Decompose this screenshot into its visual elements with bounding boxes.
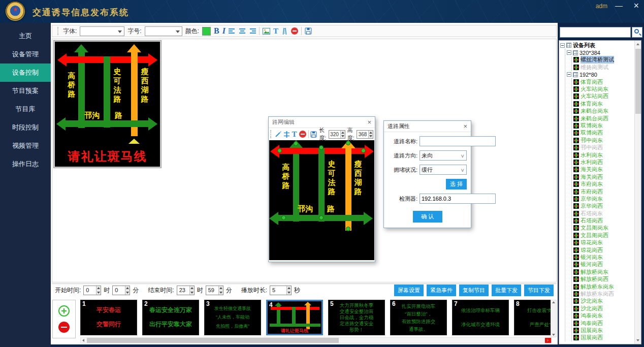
device-tree-item[interactable]: 国展岗西 xyxy=(573,334,634,341)
vertical-scrollbar-thumb[interactable] xyxy=(635,49,641,114)
delete-icon[interactable] xyxy=(291,27,298,35)
device-tree-item[interactable]: 石塔岗东 xyxy=(573,210,634,217)
congestion-select[interactable]: 缓行 xyxy=(420,165,467,175)
device-tree-item[interactable]: 解放桥东岗西 xyxy=(573,290,634,297)
scroll-up-icon[interactable] xyxy=(636,43,639,45)
sidebar-item[interactable]: 设备管理 xyxy=(0,45,51,64)
sidebar-item[interactable]: 节目库 xyxy=(0,100,51,118)
road-name-input[interactable] xyxy=(420,136,496,146)
device-tree-item[interactable]: 解放桥东岗东 xyxy=(573,283,634,290)
device-tree-item[interactable]: 双博岗东 xyxy=(573,122,634,129)
device-tree-item[interactable]: 螺丝湾桥测试 xyxy=(573,56,634,64)
device-group[interactable]: 320*384 xyxy=(567,49,634,56)
save-icon[interactable] xyxy=(310,131,317,138)
playlist-item[interactable]: 3 发生轻微交通事故 “人未伤，车能动 先拍照，后撤离” xyxy=(204,300,261,335)
horizontal-scrollbar-thumb[interactable] xyxy=(87,338,339,343)
device-tree-item[interactable]: 市府岗西 xyxy=(573,188,634,195)
device-tree-item[interactable]: 国展岗东 xyxy=(573,327,634,334)
device-tree-item[interactable]: 沙北岗东 xyxy=(573,298,634,305)
duration-stepper[interactable]: 5 xyxy=(270,286,292,295)
delete-icon[interactable] xyxy=(299,131,306,138)
end-hour-stepper[interactable]: 23 xyxy=(177,286,195,295)
scroll-up-icon[interactable] xyxy=(552,301,555,303)
playlist-item[interactable]: 6 扎实开展电动车 “百日整治”， 有效预防道路交 通事故。 xyxy=(390,300,447,335)
handle-dot[interactable] xyxy=(319,145,324,150)
device-tree-item[interactable]: 银河岗西 xyxy=(573,261,634,268)
sidebar-item[interactable]: 主页 xyxy=(0,27,51,45)
confirm-button[interactable]: 确 认 xyxy=(413,211,442,223)
playlist-vertical-scrollbar[interactable] xyxy=(551,300,557,337)
italic-button[interactable]: I xyxy=(222,26,226,36)
handle-dot[interactable] xyxy=(361,148,366,153)
device-tree-item[interactable]: 鸿泰岗东 xyxy=(573,312,634,319)
end-minute-stepper[interactable]: 59 xyxy=(206,286,223,295)
height-stepper[interactable]: 368 xyxy=(357,130,373,139)
device-tree-item[interactable]: 京华岗西 xyxy=(573,203,634,210)
device-tree-item[interactable]: 文昌阁岗东 xyxy=(573,225,634,232)
color-swatch[interactable] xyxy=(202,27,211,36)
device-tree-item[interactable]: 双博岗西 xyxy=(573,130,634,137)
align-center-icon[interactable] xyxy=(239,28,246,34)
device-tree-item[interactable]: 火车站岗东 xyxy=(573,85,634,92)
road-direction-select[interactable]: 来向 xyxy=(420,150,467,161)
playlist-item[interactable]: 5 大力开展秋冬季 交通安全整治百 日会战，全力稳 定道路交通安全 形势！ xyxy=(328,300,385,335)
design-canvas[interactable]: 高桥路 史可法路 瘦西湖路 邗沟 路 请礼让斑马线 路网编辑 × T 长度: xyxy=(52,39,557,282)
road-editor-canvas[interactable]: 高桥路 史可法路 瘦西湖路 邗沟 路 xyxy=(269,140,374,260)
font-size-select[interactable] xyxy=(145,26,182,36)
tree-expander-icon[interactable] xyxy=(567,50,571,55)
start-hour-stepper[interactable]: 0 xyxy=(83,286,101,295)
action-button[interactable]: 批量下发 xyxy=(492,285,521,296)
action-button[interactable]: 紧急事件 xyxy=(427,285,456,296)
road-tool-icon[interactable] xyxy=(281,28,288,35)
scroll-left-icon[interactable] xyxy=(81,338,87,343)
pen-icon[interactable] xyxy=(275,131,281,138)
image-icon[interactable] xyxy=(263,28,270,35)
bold-button[interactable]: B xyxy=(214,26,219,36)
device-tree-root[interactable]: 设备列表 xyxy=(560,42,634,49)
close-icon[interactable]: × xyxy=(367,118,371,126)
start-minute-stepper[interactable]: 0 xyxy=(112,286,130,295)
device-tree-item[interactable]: 沙北岗西 xyxy=(573,305,634,312)
device-tree-item[interactable]: 水利岗西 xyxy=(573,159,634,166)
align-left-icon[interactable] xyxy=(229,28,236,34)
road-segment-icon[interactable] xyxy=(283,131,290,138)
device-tree-item[interactable]: 水利岗东 xyxy=(573,151,634,159)
playlist-item[interactable]: 4 请礼让斑马线 xyxy=(266,300,323,335)
add-program-button[interactable] xyxy=(58,305,70,317)
text-tool-icon[interactable]: T xyxy=(273,27,278,36)
tree-expander-icon[interactable] xyxy=(560,43,565,48)
scroll-right-icon[interactable] xyxy=(545,338,551,343)
action-button[interactable]: 屏幕设置 xyxy=(394,285,424,296)
device-tree-item[interactable]: 银河岗东 xyxy=(573,254,634,261)
device-tree-item[interactable]: 文昌阁岗西 xyxy=(573,232,634,239)
device-tree-item[interactable]: 体育岗东 xyxy=(573,100,634,107)
device-tree-item[interactable]: 市府岗东 xyxy=(573,180,634,187)
tree-expander-icon[interactable] xyxy=(567,72,571,77)
device-tree-item[interactable]: 邗中岗东 xyxy=(573,137,634,144)
detector-input[interactable] xyxy=(420,194,496,204)
device-tree-item[interactable]: 来鹤台岗西 xyxy=(573,115,634,122)
sidebar-item[interactable]: 节目预案 xyxy=(0,82,51,100)
close-icon[interactable]: × xyxy=(633,1,639,11)
device-tree-item[interactable]: 解放桥岗东 xyxy=(573,268,634,275)
device-tree-item[interactable]: 体育岗西 xyxy=(573,78,634,85)
playlist-item[interactable]: 2 春运安全连万家 出行平安靠大家 xyxy=(142,300,199,335)
device-tree-item[interactable]: 京华岗东 xyxy=(573,195,634,202)
align-right-icon[interactable] xyxy=(249,28,256,34)
device-tree-item[interactable]: 来鹤台岗东 xyxy=(573,108,634,115)
length-stepper[interactable]: 320 xyxy=(329,130,345,139)
sign-preview[interactable]: 高桥路 史可法路 瘦西湖路 邗沟 路 请礼让斑马线 xyxy=(54,41,161,168)
handle-dot[interactable] xyxy=(294,141,298,146)
device-tree-item[interactable]: 鸿泰岗西 xyxy=(573,320,634,327)
device-group[interactable]: 192*80 xyxy=(567,71,634,78)
device-tree-item[interactable]: 火车站岗西 xyxy=(573,93,634,100)
device-tree-item[interactable]: 海关岗西 xyxy=(573,173,634,180)
handle-dot[interactable] xyxy=(346,227,350,231)
logged-in-user[interactable]: adm xyxy=(596,3,607,10)
scroll-down-icon[interactable] xyxy=(552,334,555,336)
device-tree-item[interactable]: 海关岗东 xyxy=(573,166,634,173)
device-tree-item[interactable]: 石塔岗西 xyxy=(573,217,634,224)
device-tree-item[interactable]: 琼花岗西 xyxy=(573,246,634,254)
sidebar-item[interactable]: 视频管理 xyxy=(0,137,51,155)
playlist-item[interactable]: 7 依法治理非标车辆 净化城市交通环境 xyxy=(452,300,509,335)
